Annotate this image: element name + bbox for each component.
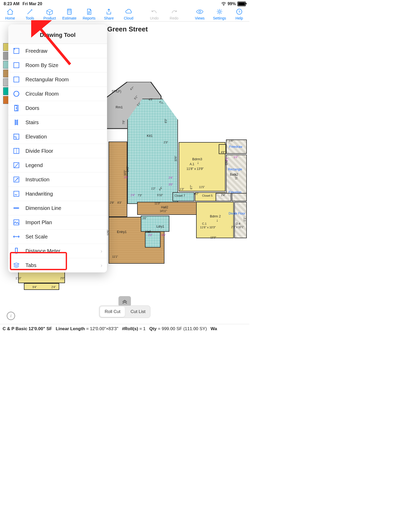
svg-rect-18 [14,220,19,225]
menu-item-label: Legend [25,162,43,168]
menu-item-label: Tabs [25,262,36,268]
room-label-closet5: Closet 5 [202,194,212,197]
popover-title: Drawing Tool [8,24,107,44]
drawing-tool-divide-floor[interactable]: Divide Floor [8,144,107,158]
menu-item-label: Import Plan [25,220,52,225]
dimension-line-icon [13,205,20,211]
room-label-bdrm2: Bdrm 2 [210,214,221,218]
battery-icon [237,2,246,6]
menu-item-label: Dimension Line [25,205,61,211]
room-label-hall2: Hall2 [161,205,168,209]
overlay-freedraw: Freedraw [229,145,242,149]
menu-item-label: Elevation [25,134,47,140]
room-size-bdrm3: 11'8" x 13'9" [187,167,204,171]
distance-meter-icon [13,248,20,254]
svg-point-0 [223,5,224,5]
doors-icon [13,105,20,111]
product-button[interactable]: Product [42,8,57,20]
room-label-entry1: Entry1 [117,230,127,234]
svg-rect-19 [15,248,17,252]
menu-item-label: Divide Floor [25,148,53,154]
menu-item-label: Freedraw [25,48,47,54]
reports-button[interactable]: Reports [82,8,97,20]
menu-item-label: Set Scale [25,234,48,240]
main-toolbar: Home Tools Product Estimate Reports Shar… [0,7,249,22]
room-bdrm3[interactable] [179,142,225,191]
share-button[interactable]: Share [101,8,116,20]
chevron-right-icon: › [101,248,102,254]
room-label-hall3: Hall [145,230,151,234]
wifi-icon [221,2,226,6]
drawing-tool-instruction[interactable]: Instruction [8,172,107,187]
svg-rect-17 [14,191,19,196]
handwriting-icon [13,190,20,197]
undo-button[interactable]: Undo [147,8,162,20]
expand-up-button[interactable] [118,296,131,307]
drawing-tool-rectangular-room[interactable]: Rectangular Room [8,72,107,87]
chevron-right-icon: › [101,262,102,268]
menu-item-label: Doors [25,105,39,111]
svg-point-3 [199,11,201,12]
drawing-tool-stairs[interactable]: Stairs [8,115,107,130]
dim-hall2: 14'11" [160,210,167,212]
bottom-segment: Roll Cut Cut List [0,305,249,318]
drawing-tool-freedraw[interactable]: Freedraw [8,44,107,58]
svg-point-4 [218,11,220,12]
room-label-closet7: Closet 7 [175,194,185,197]
drawing-tool-import-plan[interactable]: Import Plan [8,215,107,230]
menu-item-label: Handwriting [25,191,53,197]
drawing-tool-elevation[interactable]: Elevation [8,130,107,144]
status-bar: 8:23 AM Fri Mar 20 99% [0,0,249,7]
room-label-kit1: Kit1 [147,134,152,138]
drawing-tool-room-by-size[interactable]: Room By Size [8,58,107,72]
elevation-icon [13,133,20,140]
status-date: Fri Mar 20 [23,2,42,6]
drawing-tool-handwriting[interactable]: Handwriting [8,187,107,201]
drawing-tool-set-scale[interactable]: Set Scale [8,230,107,244]
room-by-size-icon [13,62,20,69]
drawing-tool-doors[interactable]: Doors [8,101,107,115]
drawing-tool-tabs[interactable]: Tabs› [8,258,107,272]
room-closet8b[interactable] [232,193,247,201]
help-button[interactable]: ?Help [232,8,247,20]
seg-cut-list[interactable]: Cut List [126,307,150,317]
svg-rect-2 [68,10,70,11]
estimate-button[interactable]: Estimate [62,8,77,20]
stairs-icon [13,119,20,126]
room-label-rm1: Rm1 [116,105,123,109]
drawing-tool-legend[interactable]: Legend [8,158,107,172]
divide-floor-icon [13,148,20,154]
drawing-tool-circular-room[interactable]: Circular Room [8,87,107,101]
views-button[interactable]: Views [192,8,207,20]
menu-item-label: Circular Room [25,91,59,97]
rectangular-room-icon [13,76,20,83]
room-sub-bdrm2: C.1 [202,222,207,225]
battery-percent: 99% [228,2,236,6]
freedraw-icon [13,48,20,54]
home-button[interactable]: Home [3,8,18,20]
dim: 11'3" [155,202,160,205]
menu-item-label: Stairs [25,119,39,125]
room-label-ldry1: Ldry1 [156,225,164,228]
room-hall3[interactable] [145,232,161,248]
menu-item-label: Instruction [25,177,49,183]
settings-button[interactable]: Settings [212,8,227,20]
drawing-tool-dimension-line[interactable]: Dimension Line [8,201,107,215]
svg-rect-9 [14,63,19,68]
drawing-tool-distance-meter[interactable]: Distance Meter› [8,244,107,258]
room-hall2[interactable] [137,202,202,215]
tools-button[interactable]: Tools [22,8,37,20]
instruction-icon [13,176,20,183]
legend-icon [13,162,20,169]
drawing-tool-popover: Drawing Tool FreedrawRoom By SizeRectang… [8,24,107,272]
room-bdrm2[interactable] [196,202,234,238]
status-time: 8:23 AM [4,2,19,6]
room-sub-bdrm3: A.1 [190,162,194,166]
overlay-rectangle: Rectangle [228,168,242,171]
cloud-button[interactable]: Cloud [121,8,136,20]
room-size-bdrm2: 11'6" x 10'3" [200,226,216,229]
circular-room-icon [13,90,20,97]
room-wood-left[interactable] [109,142,127,217]
redo-button[interactable]: Redo [167,8,182,20]
seg-roll-cut[interactable]: Roll Cut [100,307,125,317]
